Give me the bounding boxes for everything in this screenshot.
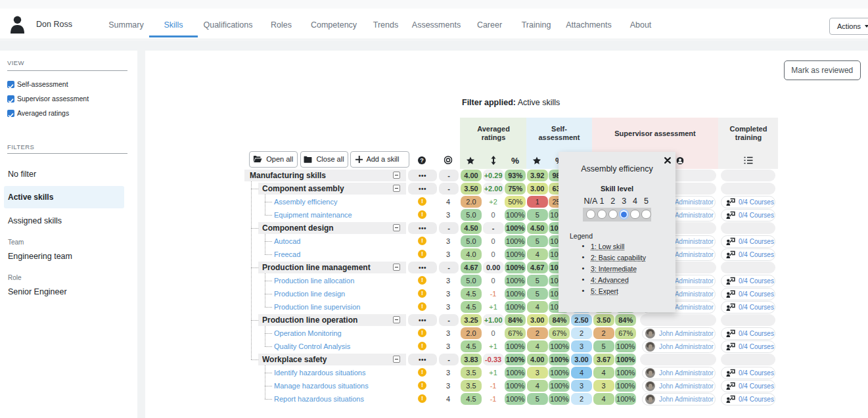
svg-text:?: ?	[420, 157, 424, 164]
